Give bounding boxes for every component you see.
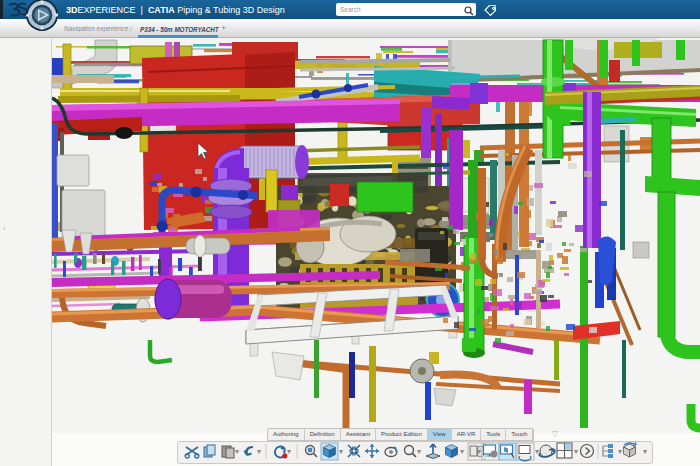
- svg-text:▾: ▾: [477, 447, 481, 456]
- svg-text:▾: ▾: [417, 447, 421, 456]
- svg-text:▾: ▾: [460, 447, 464, 456]
- svg-text:▾: ▾: [618, 447, 622, 456]
- svg-text:▾: ▾: [287, 447, 291, 456]
- svg-text:▾: ▾: [535, 447, 539, 456]
- svg-text:▾: ▾: [235, 447, 239, 456]
- svg-text:▾: ▾: [643, 447, 647, 456]
- svg-text:▾: ▾: [257, 447, 261, 456]
- svg-text:▾: ▾: [339, 447, 343, 456]
- svg-text:▾: ▾: [574, 447, 578, 456]
